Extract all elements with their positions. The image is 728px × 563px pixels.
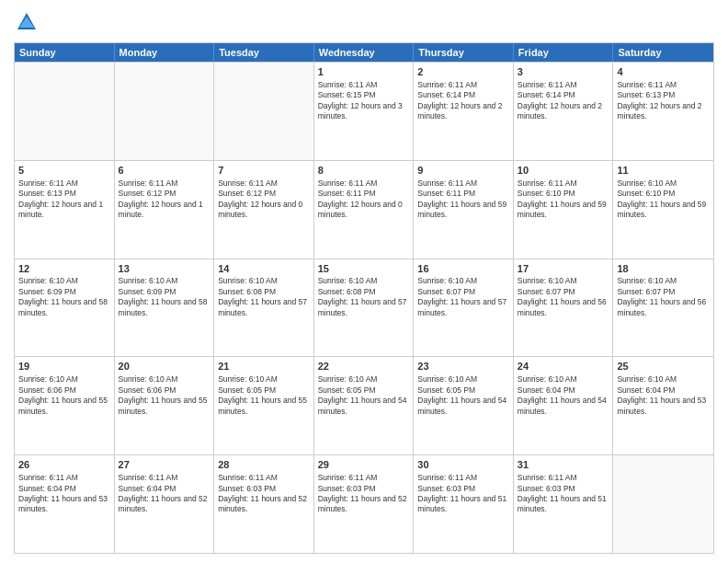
day-number: 16 — [417, 262, 509, 276]
calendar-cell: 1Sunrise: 6:11 AM Sunset: 6:15 PM Daylig… — [314, 63, 415, 160]
calendar-cell: 11Sunrise: 6:10 AM Sunset: 6:10 PM Dayli… — [613, 161, 713, 259]
day-number: 12 — [18, 262, 110, 276]
day-number: 2 — [417, 65, 509, 79]
calendar-cell: 19Sunrise: 6:10 AM Sunset: 6:06 PM Dayli… — [15, 357, 115, 454]
cell-info: Sunrise: 6:11 AM Sunset: 6:04 PM Dayligh… — [119, 473, 210, 515]
cell-info: Sunrise: 6:10 AM Sunset: 6:09 PM Dayligh… — [119, 276, 210, 318]
calendar-header: SundayMondayTuesdayWednesdayThursdayFrid… — [15, 43, 713, 62]
calendar-cell: 21Sunrise: 6:10 AM Sunset: 6:05 PM Dayli… — [214, 357, 314, 454]
calendar-row: 26Sunrise: 6:11 AM Sunset: 6:04 PM Dayli… — [15, 454, 713, 553]
cell-info: Sunrise: 6:10 AM Sunset: 6:04 PM Dayligh… — [518, 374, 609, 417]
day-number: 5 — [18, 164, 110, 178]
calendar-cell: 24Sunrise: 6:10 AM Sunset: 6:04 PM Dayli… — [514, 357, 614, 454]
day-number: 24 — [518, 360, 609, 373]
day-number: 26 — [18, 458, 110, 472]
calendar-cell — [15, 63, 115, 160]
day-number: 17 — [518, 262, 609, 276]
calendar-row: 12Sunrise: 6:10 AM Sunset: 6:09 PM Dayli… — [15, 259, 713, 357]
day-number: 20 — [119, 360, 210, 373]
calendar-cell: 4Sunrise: 6:11 AM Sunset: 6:13 PM Daylig… — [613, 63, 713, 160]
day-number: 6 — [119, 164, 210, 178]
weekday-header: Sunday — [15, 43, 115, 62]
weekday-header: Saturday — [613, 43, 713, 62]
day-number: 18 — [617, 262, 710, 276]
calendar: SundayMondayTuesdayWednesdayThursdayFrid… — [14, 42, 714, 554]
day-number: 1 — [318, 65, 410, 79]
cell-info: Sunrise: 6:11 AM Sunset: 6:12 PM Dayligh… — [119, 178, 210, 221]
cell-info: Sunrise: 6:11 AM Sunset: 6:03 PM Dayligh… — [518, 473, 609, 515]
cell-info: Sunrise: 6:10 AM Sunset: 6:10 PM Dayligh… — [617, 178, 710, 221]
calendar-cell: 16Sunrise: 6:10 AM Sunset: 6:07 PM Dayli… — [414, 259, 514, 357]
weekday-header: Tuesday — [214, 43, 314, 62]
day-number: 10 — [518, 164, 609, 178]
cell-info: Sunrise: 6:11 AM Sunset: 6:10 PM Dayligh… — [518, 178, 609, 221]
cell-info: Sunrise: 6:11 AM Sunset: 6:13 PM Dayligh… — [617, 80, 710, 122]
day-number: 25 — [617, 360, 710, 373]
calendar-cell: 31Sunrise: 6:11 AM Sunset: 6:03 PM Dayli… — [514, 455, 614, 553]
weekday-header: Monday — [115, 43, 215, 62]
calendar-cell: 7Sunrise: 6:11 AM Sunset: 6:12 PM Daylig… — [214, 161, 314, 259]
cell-info: Sunrise: 6:11 AM Sunset: 6:11 PM Dayligh… — [318, 178, 410, 221]
day-number: 15 — [318, 262, 410, 276]
calendar-cell: 26Sunrise: 6:11 AM Sunset: 6:04 PM Dayli… — [15, 455, 115, 553]
calendar-cell — [214, 63, 314, 160]
calendar-cell: 15Sunrise: 6:10 AM Sunset: 6:08 PM Dayli… — [314, 259, 415, 357]
cell-info: Sunrise: 6:10 AM Sunset: 6:07 PM Dayligh… — [518, 276, 609, 318]
calendar-cell: 18Sunrise: 6:10 AM Sunset: 6:07 PM Dayli… — [613, 259, 713, 357]
calendar-cell: 9Sunrise: 6:11 AM Sunset: 6:11 PM Daylig… — [414, 161, 514, 259]
day-number: 13 — [119, 262, 210, 276]
cell-info: Sunrise: 6:11 AM Sunset: 6:03 PM Dayligh… — [318, 473, 410, 515]
day-number: 21 — [218, 360, 310, 373]
calendar-cell: 12Sunrise: 6:10 AM Sunset: 6:09 PM Dayli… — [15, 259, 115, 357]
calendar-cell: 27Sunrise: 6:11 AM Sunset: 6:04 PM Dayli… — [115, 455, 215, 553]
cell-info: Sunrise: 6:10 AM Sunset: 6:05 PM Dayligh… — [318, 374, 410, 417]
day-number: 3 — [518, 65, 609, 79]
calendar-cell: 10Sunrise: 6:11 AM Sunset: 6:10 PM Dayli… — [514, 161, 614, 259]
svg-marker-1 — [19, 17, 34, 28]
calendar-cell: 25Sunrise: 6:10 AM Sunset: 6:04 PM Dayli… — [613, 357, 713, 454]
calendar-cell: 2Sunrise: 6:11 AM Sunset: 6:14 PM Daylig… — [414, 63, 514, 160]
calendar-cell: 6Sunrise: 6:11 AM Sunset: 6:12 PM Daylig… — [115, 161, 215, 259]
calendar-cell: 5Sunrise: 6:11 AM Sunset: 6:13 PM Daylig… — [15, 161, 115, 259]
calendar-cell: 29Sunrise: 6:11 AM Sunset: 6:03 PM Dayli… — [314, 455, 415, 553]
cell-info: Sunrise: 6:10 AM Sunset: 6:06 PM Dayligh… — [18, 374, 110, 417]
cell-info: Sunrise: 6:10 AM Sunset: 6:08 PM Dayligh… — [218, 276, 310, 318]
calendar-cell — [613, 455, 713, 553]
calendar-body: 1Sunrise: 6:11 AM Sunset: 6:15 PM Daylig… — [15, 62, 713, 553]
cell-info: Sunrise: 6:11 AM Sunset: 6:15 PM Dayligh… — [318, 80, 410, 122]
calendar-cell: 28Sunrise: 6:11 AM Sunset: 6:03 PM Dayli… — [214, 455, 314, 553]
calendar-cell: 14Sunrise: 6:10 AM Sunset: 6:08 PM Dayli… — [214, 259, 314, 357]
cell-info: Sunrise: 6:11 AM Sunset: 6:12 PM Dayligh… — [218, 178, 310, 221]
cell-info: Sunrise: 6:10 AM Sunset: 6:07 PM Dayligh… — [617, 276, 710, 318]
day-number: 9 — [417, 164, 509, 178]
cell-info: Sunrise: 6:11 AM Sunset: 6:03 PM Dayligh… — [417, 473, 509, 515]
header — [14, 9, 714, 35]
calendar-cell: 22Sunrise: 6:10 AM Sunset: 6:05 PM Dayli… — [314, 357, 415, 454]
weekday-header: Friday — [514, 43, 614, 62]
cell-info: Sunrise: 6:10 AM Sunset: 6:05 PM Dayligh… — [218, 374, 310, 417]
day-number: 11 — [617, 164, 710, 178]
day-number: 22 — [318, 360, 410, 373]
cell-info: Sunrise: 6:11 AM Sunset: 6:11 PM Dayligh… — [417, 178, 509, 221]
cell-info: Sunrise: 6:11 AM Sunset: 6:04 PM Dayligh… — [18, 473, 110, 515]
calendar-cell: 3Sunrise: 6:11 AM Sunset: 6:14 PM Daylig… — [514, 63, 614, 160]
calendar-row: 19Sunrise: 6:10 AM Sunset: 6:06 PM Dayli… — [15, 356, 713, 454]
cell-info: Sunrise: 6:10 AM Sunset: 6:08 PM Dayligh… — [318, 276, 410, 318]
day-number: 8 — [318, 164, 410, 178]
cell-info: Sunrise: 6:10 AM Sunset: 6:06 PM Dayligh… — [119, 374, 210, 417]
day-number: 19 — [18, 360, 110, 373]
cell-info: Sunrise: 6:10 AM Sunset: 6:07 PM Dayligh… — [417, 276, 509, 318]
page: SundayMondayTuesdayWednesdayThursdayFrid… — [0, 0, 728, 563]
day-number: 4 — [617, 65, 710, 79]
cell-info: Sunrise: 6:11 AM Sunset: 6:14 PM Dayligh… — [518, 80, 609, 122]
day-number: 27 — [119, 458, 210, 472]
calendar-cell: 20Sunrise: 6:10 AM Sunset: 6:06 PM Dayli… — [115, 357, 215, 454]
cell-info: Sunrise: 6:10 AM Sunset: 6:09 PM Dayligh… — [18, 276, 110, 318]
calendar-cell: 17Sunrise: 6:10 AM Sunset: 6:07 PM Dayli… — [514, 259, 614, 357]
day-number: 28 — [218, 458, 310, 472]
day-number: 30 — [417, 458, 509, 472]
day-number: 29 — [318, 458, 410, 472]
cell-info: Sunrise: 6:11 AM Sunset: 6:03 PM Dayligh… — [218, 473, 310, 515]
calendar-row: 5Sunrise: 6:11 AM Sunset: 6:13 PM Daylig… — [15, 160, 713, 259]
calendar-cell: 23Sunrise: 6:10 AM Sunset: 6:05 PM Dayli… — [414, 357, 514, 454]
